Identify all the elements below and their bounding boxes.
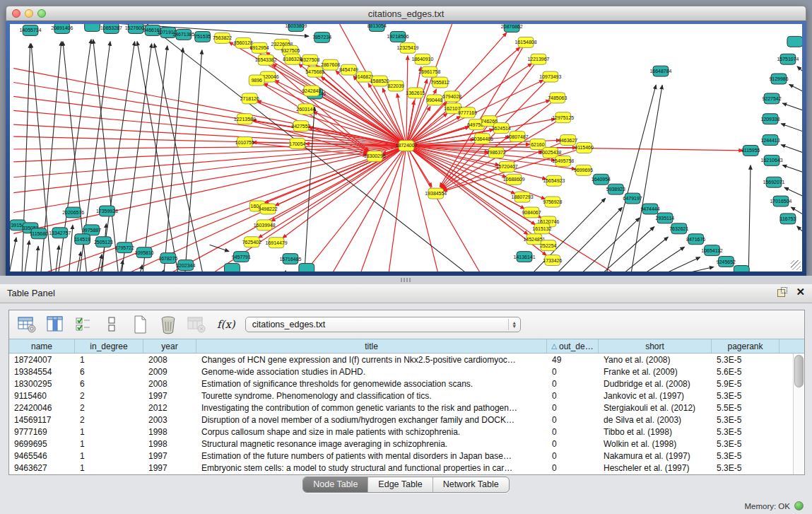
table-row[interactable]: 9699695 1 1998 Structural magnetic reson… xyxy=(9,438,804,450)
cell-pagerank[interactable]: 5.5E-5 xyxy=(712,403,779,413)
cell-title[interactable]: Embryonic stem cells: a model to study s… xyxy=(196,463,547,473)
graph-node[interactable] xyxy=(787,36,802,47)
graph-node[interactable] xyxy=(85,24,100,31)
graph-node[interactable]: 9084067 xyxy=(522,207,541,218)
cell-short[interactable]: Stergiakouli et al. (2012) xyxy=(599,403,712,413)
cell-in-degree[interactable]: 6 xyxy=(75,379,143,389)
column-header-out_degree[interactable]: △out_de… xyxy=(547,339,599,353)
graph-node[interactable]: 14671385 xyxy=(172,29,194,40)
cell-pagerank[interactable]: 5.3E-5 xyxy=(712,463,779,473)
graph-node[interactable]: 116753 xyxy=(780,214,796,224)
graph-node[interactable]: 822039 xyxy=(387,81,404,91)
graph-node[interactable]: 13342757 xyxy=(49,228,71,238)
cell-in-degree[interactable]: 1 xyxy=(75,451,143,461)
cell-out-degree[interactable]: 0 xyxy=(547,439,599,449)
splitter-handle-icon[interactable] xyxy=(401,278,411,282)
cell-short[interactable]: Hescheler et al. (1997) xyxy=(599,463,712,473)
cell-in-degree[interactable]: 1 xyxy=(75,355,143,365)
graph-node[interactable]: 62160 xyxy=(530,139,546,150)
graph-node[interactable]: 751535 xyxy=(194,31,211,42)
graph-node[interactable]: 6794028 xyxy=(442,91,461,102)
graph-node[interactable] xyxy=(734,266,749,271)
cell-title[interactable]: Genome-wide association studies in ADHD. xyxy=(196,367,547,377)
graph-node[interactable]: 2603144 xyxy=(296,104,315,115)
graph-node[interactable]: 18300295 xyxy=(364,151,386,161)
graph-node[interactable]: 8115955 xyxy=(741,146,760,156)
graph-node[interactable]: 170054 xyxy=(289,139,305,149)
cell-name[interactable]: 9465546 xyxy=(9,451,75,461)
table-options-icon[interactable] xyxy=(16,315,37,334)
cell-pagerank[interactable]: 5.3E-5 xyxy=(712,427,779,437)
cell-short[interactable]: Tibbo et al. (1998) xyxy=(599,427,712,437)
graph-node[interactable]: 19384554 xyxy=(425,188,447,199)
cell-title[interactable]: Disruption of a novel member of a sodium… xyxy=(196,415,547,425)
cell-name[interactable]: 9463627 xyxy=(9,463,75,473)
cell-out-degree[interactable]: 0 xyxy=(547,367,599,377)
table-row[interactable]: 9465546 1 1997 Estimation of the future … xyxy=(9,450,804,462)
graph-node[interactable]: 3624514 xyxy=(492,123,511,134)
graph-node[interactable]: 1010755 xyxy=(235,137,254,148)
table-row[interactable]: 18724007 1 2008 Changes of HCN gene expr… xyxy=(9,354,804,366)
graph-node[interactable]: 16914479 xyxy=(266,238,288,248)
graph-node[interactable]: 12213967 xyxy=(527,54,549,64)
graph-node[interactable]: 16648784 xyxy=(649,66,671,76)
graph-node[interactable]: 14055714 xyxy=(20,25,42,35)
graph-node[interactable]: 9242848 xyxy=(302,86,321,96)
graph-node[interactable]: 16039948 xyxy=(254,220,276,230)
cell-title[interactable]: Investigating the contribution of common… xyxy=(196,403,547,413)
graph-node[interactable]: 15751074 xyxy=(777,54,799,64)
graph-node[interactable]: 1678275 xyxy=(158,253,177,264)
tab-network-table[interactable]: Network Table xyxy=(433,477,509,492)
graph-node[interactable]: 2718126 xyxy=(240,93,259,104)
cell-year[interactable]: 2012 xyxy=(143,403,196,413)
graph-node[interactable]: 15716485 xyxy=(279,254,301,264)
cell-year[interactable]: 1998 xyxy=(143,439,196,449)
graph-node[interactable]: 18807293 xyxy=(512,192,534,202)
graph-node[interactable]: 114519 xyxy=(74,234,90,245)
table-row[interactable]: 22420046 2 2012 Investigating the contri… xyxy=(9,402,804,414)
graph-node[interactable]: 1588520 xyxy=(370,76,389,86)
graph-node[interactable]: 8471676 xyxy=(686,234,705,245)
cell-name[interactable]: 9777169 xyxy=(9,427,75,437)
graph-node[interactable]: 8912954 xyxy=(250,42,269,53)
column-header-year[interactable]: year xyxy=(143,339,196,353)
graph-node[interactable]: 15692071 xyxy=(763,177,785,187)
graph-node[interactable]: 9498222 xyxy=(259,204,278,214)
tab-node-table[interactable]: Node Table xyxy=(303,477,368,492)
graph-node[interactable]: 10807487 xyxy=(507,132,529,142)
float-panel-icon[interactable] xyxy=(777,287,787,297)
graph-node[interactable]: 7563822 xyxy=(213,33,232,43)
cell-name[interactable]: 22420046 xyxy=(9,403,75,413)
graph-node[interactable]: 2505123 xyxy=(94,237,113,247)
tab-edge-table[interactable]: Edge Table xyxy=(368,477,433,492)
graph-node[interactable]: 1209338 xyxy=(761,114,780,124)
cell-title[interactable]: Structural magnetic resonance image aver… xyxy=(196,439,547,449)
cell-in-degree[interactable]: 1 xyxy=(75,463,143,473)
cell-year[interactable]: 2009 xyxy=(143,367,196,377)
cell-short[interactable]: Wolkin et al. (1998) xyxy=(599,439,712,449)
cell-year[interactable]: 1997 xyxy=(143,463,196,473)
cell-pagerank[interactable]: 5.6E-5 xyxy=(712,367,779,377)
graph-node[interactable]: 9777169 xyxy=(458,107,477,118)
network-canvas[interactable]: 1405571420891406106532871527600794661631… xyxy=(10,24,802,271)
network-canvas-svg[interactable]: 1405571420891406106532871527600794661631… xyxy=(10,24,802,271)
cell-name[interactable]: 14569117 xyxy=(9,415,75,425)
graph-node[interactable]: 14136141 xyxy=(514,252,536,262)
graph-node[interactable]: 16210643 xyxy=(761,155,783,165)
column-layout-icon[interactable] xyxy=(45,315,66,334)
column-header-name[interactable]: name xyxy=(9,339,75,353)
cell-out-degree[interactable]: 0 xyxy=(547,391,599,401)
graph-node[interactable]: 2935114 xyxy=(656,213,675,223)
graph-node[interactable]: 1202344 xyxy=(176,260,195,271)
graph-node[interactable]: 15654923 xyxy=(543,175,565,186)
cell-title[interactable]: Estimation of significance thresholds fo… xyxy=(196,379,547,389)
cell-out-degree[interactable]: 0 xyxy=(547,379,599,389)
graph-node[interactable]: 17359928 xyxy=(96,206,118,216)
graph-node[interactable]: 16033809 xyxy=(285,24,307,31)
graph-node[interactable]: 8454749 xyxy=(339,64,358,75)
graph-node[interactable]: 252254 xyxy=(540,240,556,251)
cell-year[interactable]: 2008 xyxy=(143,379,196,389)
graph-node[interactable]: 19218506 xyxy=(387,31,409,42)
graph-node[interactable]: 5475685 xyxy=(305,66,324,77)
cell-year[interactable]: 1998 xyxy=(143,427,196,437)
